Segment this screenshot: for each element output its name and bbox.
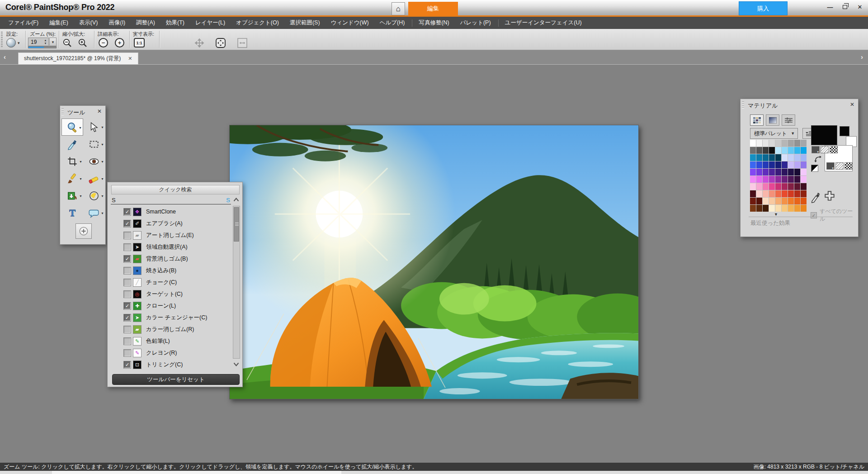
color-swatch[interactable] bbox=[775, 147, 781, 154]
menu-item[interactable]: 選択範囲(S) bbox=[284, 17, 326, 29]
color-swatch[interactable] bbox=[782, 169, 788, 175]
color-swatch[interactable] bbox=[782, 205, 788, 212]
color-swatch[interactable] bbox=[801, 183, 807, 190]
quick-search-item[interactable]: ✓ ✎ クレヨン(R) bbox=[109, 347, 231, 359]
zoom-dropdown-button[interactable]: ▾ bbox=[49, 38, 57, 46]
minimize-button[interactable]: — bbox=[826, 3, 834, 10]
color-swatch[interactable] bbox=[794, 205, 800, 212]
tab-scroll-right-icon[interactable]: › bbox=[861, 53, 863, 61]
color-swatch[interactable] bbox=[801, 176, 807, 183]
fg-pattern-style-button[interactable] bbox=[830, 146, 838, 153]
bg-gradient-style-button[interactable] bbox=[835, 162, 844, 170]
color-swatch[interactable] bbox=[788, 154, 794, 161]
actual-size-button[interactable]: 1:1 bbox=[134, 38, 145, 47]
crop-tool[interactable]: ▼ bbox=[61, 153, 83, 170]
text-tool[interactable]: T bbox=[61, 204, 83, 222]
color-swatch[interactable] bbox=[763, 147, 769, 154]
zoom-spin-arrows[interactable]: ▲▼ bbox=[42, 38, 48, 46]
color-swatch[interactable] bbox=[794, 161, 800, 168]
color-swatch[interactable] bbox=[775, 154, 781, 161]
color-swatch[interactable] bbox=[763, 169, 769, 175]
quick-search-item[interactable]: ✓ ▰ カラー消しゴム(R) bbox=[109, 323, 231, 335]
color-swatch[interactable] bbox=[775, 190, 781, 197]
reset-toolbar-button[interactable]: ツールバーをリセット bbox=[112, 374, 240, 385]
quick-search-item[interactable]: ✓ ✎ 色鉛筆(L) bbox=[109, 335, 231, 347]
color-swatch[interactable] bbox=[750, 176, 756, 183]
tool-checkbox[interactable]: ✓ bbox=[123, 302, 131, 310]
tool-checkbox[interactable]: ✓ bbox=[123, 314, 131, 322]
color-swatch[interactable] bbox=[775, 198, 781, 204]
color-swatch[interactable] bbox=[782, 190, 788, 197]
image-canvas[interactable] bbox=[229, 125, 639, 399]
close-icon[interactable]: ✕ bbox=[128, 56, 132, 62]
color-swatch[interactable] bbox=[801, 198, 807, 204]
color-swatch[interactable] bbox=[750, 140, 756, 147]
pick-color-button[interactable] bbox=[811, 190, 821, 205]
all-tools-option[interactable]: ✓ すべてのツール bbox=[811, 208, 858, 223]
color-swatch[interactable] bbox=[788, 169, 794, 175]
color-swatch[interactable] bbox=[782, 176, 788, 183]
color-swatch[interactable] bbox=[763, 161, 769, 168]
dropper-tool[interactable] bbox=[61, 136, 83, 153]
tab-sliders[interactable] bbox=[782, 114, 795, 126]
color-swatch[interactable] bbox=[788, 198, 794, 204]
quick-search-item[interactable]: ✓ ▰ 背景消しゴム(B) bbox=[109, 253, 231, 265]
color-swatch[interactable] bbox=[788, 161, 794, 168]
color-swatch[interactable] bbox=[775, 169, 781, 175]
tab-edit[interactable]: 編集 bbox=[408, 2, 458, 15]
color-swatch[interactable] bbox=[801, 154, 807, 161]
color-swatch[interactable] bbox=[763, 205, 769, 212]
color-swatch[interactable] bbox=[750, 198, 756, 204]
zoom-spinbox[interactable]: 19 ▲▼ ▾ bbox=[28, 38, 57, 48]
paint-brush-tool[interactable]: ▼ bbox=[61, 170, 83, 187]
menu-item[interactable]: 写真修整(N) bbox=[410, 17, 454, 29]
color-swatch[interactable] bbox=[801, 169, 807, 175]
color-swatch[interactable] bbox=[801, 161, 807, 168]
tool-checkbox[interactable]: ✓ bbox=[123, 349, 131, 357]
tool-checkbox[interactable]: ✓ bbox=[123, 220, 131, 228]
color-swatch[interactable] bbox=[769, 169, 775, 175]
color-swatch[interactable] bbox=[775, 183, 781, 190]
bg-pattern-style-button[interactable] bbox=[844, 162, 853, 170]
tab-swatches[interactable] bbox=[750, 114, 764, 126]
buy-button[interactable]: 購入 bbox=[739, 1, 788, 15]
tool-checkbox[interactable]: ✓ bbox=[123, 208, 131, 216]
color-swatch[interactable] bbox=[775, 205, 781, 212]
color-swatch[interactable] bbox=[801, 147, 807, 154]
quick-search-item[interactable]: ✓ ✚ クローン(L) bbox=[109, 300, 231, 312]
quick-search-item[interactable]: ✓ ✐ エアブラシ(A) bbox=[109, 218, 231, 229]
color-swatch[interactable] bbox=[788, 205, 794, 212]
pick-tool[interactable]: ▼ bbox=[83, 118, 105, 136]
color-swatch[interactable] bbox=[756, 161, 762, 168]
quick-search-item[interactable]: ✓ ▰ アート消しゴム(E) bbox=[109, 229, 231, 241]
color-swatch[interactable] bbox=[756, 169, 762, 175]
color-swatch[interactable] bbox=[763, 198, 769, 204]
menu-item[interactable]: 効果(T) bbox=[160, 17, 190, 29]
color-swatch[interactable] bbox=[794, 176, 800, 183]
color-swatch[interactable] bbox=[756, 190, 762, 197]
color-swatch[interactable] bbox=[794, 140, 800, 147]
color-swatch[interactable] bbox=[750, 190, 756, 197]
tool-checkbox[interactable]: ✓ bbox=[123, 232, 131, 239]
panel-grip[interactable] bbox=[742, 101, 744, 109]
quick-search-header[interactable]: クイック検索 bbox=[111, 185, 240, 194]
palette-dropdown[interactable]: 標準パレット ▼ bbox=[750, 128, 798, 139]
fg-gradient-style-button[interactable] bbox=[821, 146, 829, 153]
menu-item[interactable]: 調整(A) bbox=[131, 17, 160, 29]
menu-item[interactable]: ユーザーインターフェイス(U) bbox=[496, 17, 587, 29]
color-swatch[interactable] bbox=[801, 140, 807, 147]
color-swatch[interactable] bbox=[750, 147, 756, 154]
color-swatch[interactable] bbox=[763, 154, 769, 161]
menu-item[interactable]: ファイル(F) bbox=[3, 17, 44, 29]
scrollbar-thumb[interactable] bbox=[234, 207, 239, 242]
color-swatch[interactable] bbox=[769, 190, 775, 197]
color-swatch[interactable] bbox=[794, 147, 800, 154]
color-swatch[interactable] bbox=[794, 190, 800, 197]
scroll-down-button[interactable] bbox=[231, 360, 241, 369]
document-tab[interactable]: shutterstock_197022185* @ 19% (背景) ✕ bbox=[18, 52, 138, 65]
color-swatch[interactable] bbox=[769, 147, 775, 154]
fg-color-style-button[interactable] bbox=[811, 146, 820, 153]
tool-checkbox[interactable]: ✓ bbox=[123, 337, 131, 345]
color-swatch[interactable] bbox=[788, 190, 794, 197]
zoom-tool[interactable]: ▼ bbox=[61, 118, 83, 136]
